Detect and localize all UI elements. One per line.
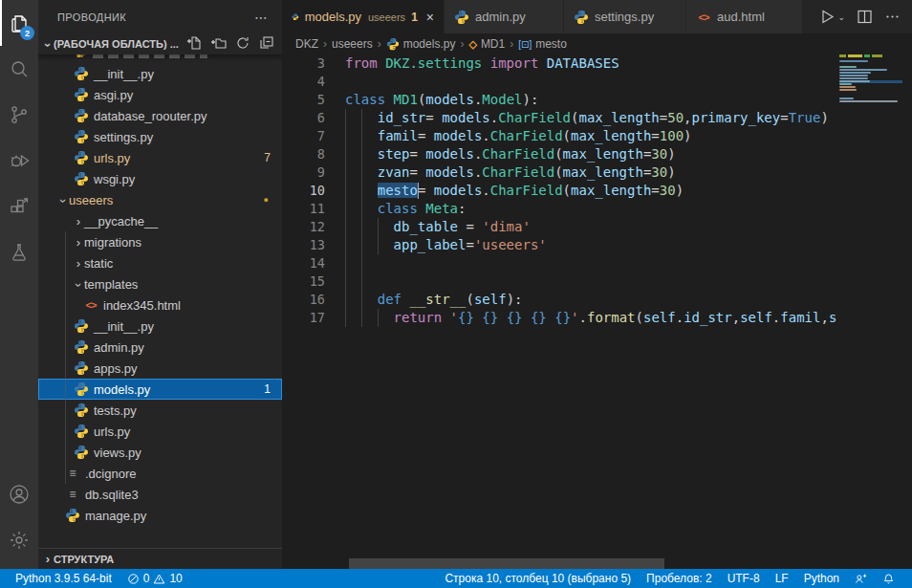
status-language-mode[interactable]: Python [796, 569, 847, 588]
tree-item-database-roouter-py[interactable]: database_roouter.py [38, 105, 282, 126]
file-badge: 1 [264, 382, 271, 396]
collapse-all-icon[interactable] [259, 35, 274, 53]
search-icon[interactable] [0, 46, 38, 92]
breadcrumb-mesto[interactable]: [⊡]mesto [518, 37, 567, 51]
tree-item-settings-py[interactable]: settings.py [38, 126, 282, 147]
tree-item-models-py[interactable]: models.py1 [38, 379, 282, 400]
python-file-icon [74, 66, 89, 81]
tab-strip: models.pyuseeers1×admin.pysettings.py<>a… [282, 0, 912, 33]
tree-item-apps-py[interactable]: apps.py [38, 358, 282, 379]
new-file-icon[interactable] [187, 35, 203, 53]
run-python-file-icon[interactable]: ⌄ [819, 9, 845, 25]
tree-item-db-sqlite3[interactable]: ≡db.sqlite3 [38, 484, 282, 505]
file-label: urls.py [94, 425, 130, 439]
more-actions-icon[interactable] [884, 9, 901, 25]
status-problems[interactable]: 010 [119, 569, 190, 588]
code-line-8: 8 step= models.CharField(max_length=30) [282, 145, 839, 163]
breadcrumb: DKZ›useeers›models.py›◇MD1›[⊡]mesto [282, 33, 912, 54]
code-editor[interactable]: 3from DKZ.settings import DATABASES45cla… [282, 54, 839, 569]
python-file-icon [292, 10, 299, 25]
tree-item-tests-py[interactable]: tests.py [38, 400, 282, 421]
tab-label: aud.html [717, 10, 765, 24]
generic-file-icon: ≡ [65, 487, 80, 502]
tree-item-asgi-py[interactable]: asgi.py [38, 84, 282, 105]
file-tree: __init__.pyasgi.pydatabase_roouter.pyset… [38, 54, 282, 526]
extensions-icon[interactable] [0, 184, 38, 229]
tree-item-admin-py[interactable]: admin.py [38, 337, 282, 358]
status-cursor-position[interactable]: Строка 10, столбец 10 (выбрано 5) [437, 569, 639, 588]
horizontal-scrollbar[interactable] [349, 558, 664, 569]
tree-item-useeers[interactable]: ›useeers● [38, 189, 282, 210]
breadcrumb-label: useeers [332, 37, 373, 51]
line-number: 4 [282, 73, 325, 91]
file-label: tests.py [94, 403, 137, 418]
tree-item-index345-html[interactable]: <>index345.html [38, 294, 282, 316]
status-feedback[interactable] [847, 569, 875, 588]
file-label: models.py [94, 382, 150, 397]
account-icon[interactable] [0, 471, 38, 517]
testing-icon[interactable] [0, 229, 38, 275]
breadcrumb-separator: › [378, 37, 381, 51]
python-file-icon [574, 10, 589, 25]
tree-item-manage-py[interactable]: manage.py [38, 505, 282, 526]
line-number: 11 [282, 200, 325, 218]
tab-label: settings.py [595, 10, 654, 24]
tab-aud-html[interactable]: <>aud.html [686, 0, 803, 33]
modified-dot-icon: ● [264, 195, 269, 205]
file-label: templates [84, 277, 138, 292]
breadcrumb-md1[interactable]: ◇MD1 [468, 37, 505, 51]
new-folder-icon[interactable] [211, 35, 227, 53]
run-debug-icon[interactable] [0, 138, 38, 184]
status-indentation[interactable]: Пробелов: 2 [639, 569, 720, 588]
file-label: admin.py [94, 340, 144, 355]
breadcrumb-models-py[interactable]: models.py [386, 37, 456, 51]
line-number: 7 [282, 127, 325, 145]
close-icon[interactable]: × [426, 11, 434, 24]
line-number: 16 [282, 291, 325, 309]
line-number: 3 [282, 54, 325, 73]
tab-models-py[interactable]: models.pyuseeers1× [282, 0, 445, 33]
code-line-10: 10 mesto= models.CharField(max_length=30… [282, 182, 839, 200]
tree-item-migrations[interactable]: ›migrations [38, 231, 282, 252]
tab-settings-py[interactable]: settings.py [564, 0, 686, 33]
file-label: index345.html [103, 298, 181, 313]
status-eol[interactable]: LF [768, 569, 796, 588]
tree-item--dcignore[interactable]: ≡.dcignore [38, 463, 282, 484]
sidebar-more-actions-icon[interactable]: ⋯ [254, 10, 269, 25]
breadcrumb-dkz[interactable]: DKZ [295, 37, 318, 51]
editor-group: models.pyuseeers1×admin.pysettings.py<>a… [282, 0, 912, 569]
tree-item-wsgi-py[interactable]: wsgi.py [38, 168, 282, 189]
file-label: views.py [94, 446, 141, 460]
status-notifications-bell[interactable] [875, 569, 902, 588]
tree-item-static[interactable]: ›static [38, 252, 282, 273]
editor-scrollbar[interactable] [902, 54, 912, 569]
source-control-icon[interactable] [0, 92, 38, 138]
partially-scrolled-item [38, 54, 282, 63]
refresh-icon[interactable] [235, 35, 250, 53]
workspace-section-header[interactable]: › (РАБОЧАЯ ОБЛАСТЬ) ... [38, 33, 282, 54]
tree-item-templates[interactable]: ›templates [38, 273, 282, 294]
status-python-interpreter[interactable]: Python 3.9.5 64-bit [8, 569, 119, 588]
tree-item--init-py[interactable]: __init__.py [38, 63, 282, 84]
tab-admin-py[interactable]: admin.py [445, 0, 564, 33]
outline-section-header[interactable]: › СТРУКТУРА [38, 548, 282, 569]
code-line-11: 11 class Meta: [282, 200, 839, 218]
file-label: settings.py [94, 130, 153, 144]
explorer-icon[interactable]: 2 [0, 0, 38, 46]
tree-item--init-py[interactable]: __init__.py [38, 316, 282, 337]
tree-item-urls-py[interactable]: urls.py [38, 421, 282, 442]
split-editor-icon[interactable] [857, 9, 873, 25]
tab-badge: 1 [411, 11, 418, 24]
tree-item--pycache-[interactable]: ›__pycache__ [38, 210, 282, 231]
settings-icon[interactable] [0, 517, 38, 563]
python-file-icon [386, 37, 400, 51]
code-line-13: 13 app_label='useeers' [282, 236, 839, 254]
breadcrumb-useeers[interactable]: useeers [332, 37, 373, 51]
tree-item-urls-py[interactable]: urls.py7 [38, 147, 282, 168]
explorer-badge: 2 [20, 26, 34, 40]
minimap-line [839, 100, 902, 102]
explorer-sidebar: ПРОВОДНИК ⋯ › (РАБОЧАЯ ОБЛАСТЬ) ... __in… [38, 0, 282, 569]
minimap[interactable] [839, 54, 902, 246]
status-encoding[interactable]: UTF-8 [720, 569, 768, 588]
tree-item-views-py[interactable]: views.py [38, 442, 282, 463]
